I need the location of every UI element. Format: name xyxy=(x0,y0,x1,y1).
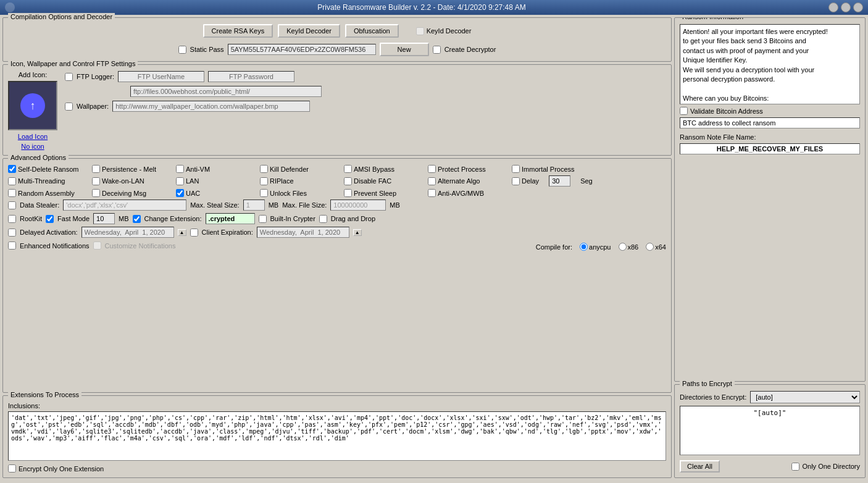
multi-threading-check[interactable] xyxy=(8,177,16,185)
static-pass-input[interactable] xyxy=(228,44,376,55)
radio-x86-group[interactable]: x86 xyxy=(619,243,639,251)
wake-on-lan-check[interactable] xyxy=(92,177,100,185)
btc-address-input[interactable] xyxy=(680,117,860,128)
max-steal-size-input[interactable] xyxy=(243,200,265,211)
disable-fac-check[interactable] xyxy=(344,177,352,185)
compile-for-label: Compile for: xyxy=(536,243,572,251)
wallpaper-input[interactable] xyxy=(112,101,310,112)
immortal-process-check[interactable] xyxy=(512,165,520,173)
load-icon-link[interactable]: Load Icon xyxy=(18,133,48,140)
riplace-check[interactable] xyxy=(260,177,268,185)
encrypt-only-one-check[interactable] xyxy=(8,464,16,472)
expiration-spin-up[interactable]: ▲ xyxy=(353,229,362,236)
create-decryptor-check[interactable] xyxy=(433,46,441,54)
new-button[interactable]: New xyxy=(380,43,429,56)
radio-anycpu[interactable] xyxy=(580,243,588,251)
maximize-button[interactable] xyxy=(841,2,851,12)
inclusions-label: Inclusions: xyxy=(8,402,40,410)
prevent-sleep-check[interactable] xyxy=(344,189,352,197)
lan-check[interactable] xyxy=(176,177,184,185)
wallpaper-check[interactable] xyxy=(65,103,73,111)
ransom-line-2: to get your files back send 3 Bitcoins a… xyxy=(683,36,857,46)
keyid-decoder-check[interactable] xyxy=(416,27,424,35)
fast-mode-value-input[interactable] xyxy=(93,213,115,224)
ftp-username-field[interactable]: FTP UserName xyxy=(118,71,204,82)
encrypt-only-one-label: Encrypt Only One Extension xyxy=(19,465,104,472)
anti-vm-check[interactable] xyxy=(176,165,184,173)
deceiving-msg-check[interactable] xyxy=(92,189,100,197)
riplace-label: RIPlace xyxy=(270,177,294,185)
delayed-date-input[interactable] xyxy=(81,227,174,238)
delayed-activation-check[interactable] xyxy=(8,229,16,237)
self-delete-check[interactable] xyxy=(8,165,16,173)
enhanced-notifications-check[interactable] xyxy=(8,242,16,250)
ftp-url-input[interactable] xyxy=(130,86,322,97)
customize-notifications-label: Customize Notifications xyxy=(105,242,176,250)
change-extension-check[interactable] xyxy=(133,215,141,223)
ftp-logger-check[interactable] xyxy=(65,73,73,81)
keyid-decoder-button[interactable]: KeyId Decoder xyxy=(278,24,340,38)
alternate-algo-check[interactable] xyxy=(428,177,436,185)
ransom-line-5: We will send you a decryption tool with … xyxy=(683,65,857,75)
fast-mode-label: Fast Mode xyxy=(57,215,90,222)
paths-textarea[interactable] xyxy=(680,406,860,455)
minimize-button[interactable] xyxy=(828,2,838,12)
obfuscation-button[interactable]: Obfuscation xyxy=(345,24,399,38)
immortal-process-label: Immortal Process xyxy=(522,166,575,173)
rootkit-label: RootKit xyxy=(20,215,42,222)
delayed-spin-up[interactable]: ▲ xyxy=(178,229,186,236)
extensions-title: Extensions To Process xyxy=(8,391,81,398)
data-stealer-input[interactable] xyxy=(63,200,186,211)
kill-defender-check[interactable] xyxy=(260,165,268,173)
extension-value-input[interactable] xyxy=(206,213,255,224)
persistence-check[interactable] xyxy=(92,165,100,173)
drag-drop-check[interactable] xyxy=(319,215,327,223)
expiration-date-input[interactable] xyxy=(257,227,349,238)
client-expiration-check[interactable] xyxy=(190,229,198,237)
customize-notifications-check[interactable] xyxy=(93,242,101,250)
steal-unit-label: MB xyxy=(269,201,279,209)
rootkit-check[interactable] xyxy=(8,215,16,223)
title-bar: Private Ransomware Builder v. 2.2 - Date… xyxy=(0,0,868,15)
kill-defender-label: Kill Defender xyxy=(270,166,309,173)
only-one-dir-check[interactable] xyxy=(791,463,799,471)
fast-mode-check[interactable] xyxy=(46,215,54,223)
delay-value-input[interactable] xyxy=(549,175,570,187)
amsi-bypass-check[interactable] xyxy=(344,165,352,173)
add-icon-label: Add Icon: xyxy=(19,71,47,78)
random-assembly-check[interactable] xyxy=(8,189,16,197)
prevent-sleep-label: Prevent Sleep xyxy=(354,190,396,197)
unlock-files-label: Unlock Files xyxy=(270,190,307,197)
anti-avg-check[interactable] xyxy=(428,189,436,197)
validate-btc-check[interactable] xyxy=(680,107,688,115)
ftp-logger-label: FTP Logger: xyxy=(77,73,114,80)
radio-x64[interactable] xyxy=(646,243,654,251)
uac-check[interactable] xyxy=(176,189,184,197)
create-rsa-button[interactable]: Create RSA Keys xyxy=(203,24,273,38)
ransom-where: Where can you buy Bitcoins: xyxy=(683,94,857,103)
radio-anycpu-group[interactable]: anycpu xyxy=(580,243,611,251)
no-icon-link[interactable]: No icon xyxy=(21,143,44,150)
ftp-password-field[interactable]: FTP Password xyxy=(208,71,294,82)
clear-all-button[interactable]: Clear All xyxy=(680,460,720,472)
file-size-unit-label: MB xyxy=(390,201,400,209)
built-in-crypter-check[interactable] xyxy=(259,215,267,223)
static-pass-check[interactable] xyxy=(178,46,186,54)
data-stealer-check[interactable] xyxy=(8,201,16,209)
delay-check[interactable] xyxy=(512,177,520,185)
radio-x86-label: x86 xyxy=(628,243,639,251)
close-button[interactable] xyxy=(853,2,863,12)
radio-x86[interactable] xyxy=(619,243,627,251)
extensions-textarea[interactable] xyxy=(8,411,666,461)
directories-dropdown[interactable]: [auto] xyxy=(750,391,860,403)
unlock-files-check[interactable] xyxy=(260,189,268,197)
ransom-note-input[interactable] xyxy=(680,143,860,154)
max-file-size-input[interactable] xyxy=(330,200,386,211)
only-one-dir-label: Only One Directory xyxy=(802,463,860,470)
amsi-bypass-label: AMSI Bypass xyxy=(354,166,394,173)
window-controls[interactable] xyxy=(828,2,863,12)
protect-process-label: Protect Process xyxy=(438,166,486,173)
radio-x64-group[interactable]: x64 xyxy=(646,243,666,251)
disable-fac-label: Disable FAC xyxy=(354,177,391,185)
protect-process-check[interactable] xyxy=(428,165,436,173)
